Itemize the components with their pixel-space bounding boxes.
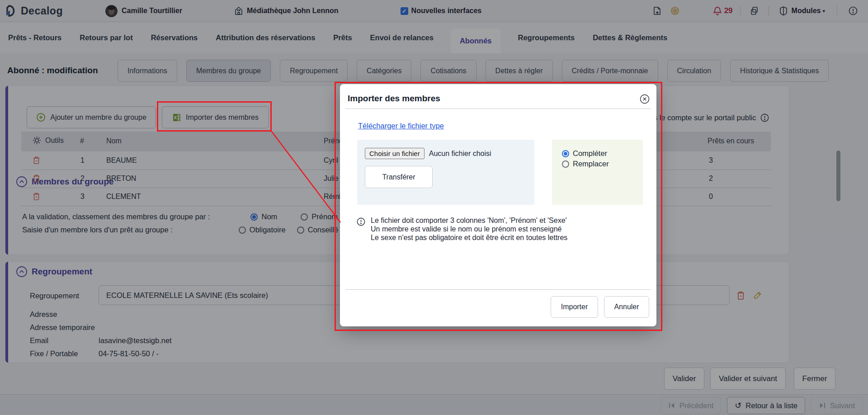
radio-remplacer-label[interactable]: Remplacer (573, 160, 609, 168)
cancel-label: Annuler (614, 303, 639, 311)
cancel-button[interactable]: Annuler (604, 296, 649, 318)
close-icon[interactable] (639, 94, 650, 104)
import-label: Importer (561, 303, 588, 311)
radio-remplacer[interactable] (562, 160, 569, 168)
radio-completer[interactable] (562, 150, 569, 157)
radio-completer-label[interactable]: Compléter (573, 149, 607, 158)
transfer-label: Transférer (382, 173, 415, 181)
choose-file-button[interactable]: Choisir un fichier (365, 148, 425, 159)
import-button[interactable]: Importer (551, 296, 598, 318)
modal-info-line-2: Un membre est valide si le nom ou le pré… (371, 225, 561, 233)
modal-info-line-3: Le sexe n'est pas obligatoire et doit êt… (371, 234, 567, 242)
app-root: Decalog Camille Tourtillier Médiathèque … (0, 0, 868, 415)
import-members-modal: Importer des membres Télécharger le fich… (340, 84, 656, 326)
modal-info-line-1: Le fichier doit comporter 3 colonnes 'No… (371, 217, 567, 225)
modal-footer-divider (345, 289, 651, 290)
modal-divider (345, 108, 651, 109)
transfer-button[interactable]: Transférer (365, 166, 433, 188)
modal-title: Importer des membres (348, 94, 440, 104)
modal-info-icon (356, 217, 366, 226)
file-status-text: Aucun fichier choisi (429, 150, 491, 158)
download-template-link[interactable]: Télécharger le fichier type (358, 122, 444, 130)
